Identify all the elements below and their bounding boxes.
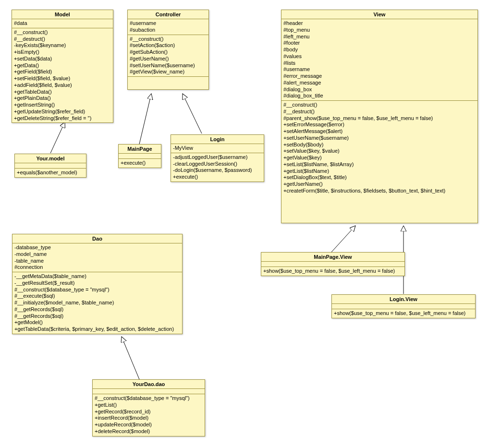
- attributes: [261, 262, 404, 267]
- class-title: Your.model: [15, 154, 86, 163]
- class-view: View #header #top_menu #left_menu #foote…: [281, 10, 478, 223]
- methods: #__construct() #setAction($action) #getS…: [128, 35, 208, 77]
- rel-yourdao-dao: [122, 337, 139, 379]
- rel-yourmodel-model: [50, 122, 65, 153]
- rel-mainpageview-view: [331, 226, 355, 252]
- methods: +execute(): [119, 159, 161, 168]
- methods: +equals($another_model): [15, 169, 86, 177]
- attributes: #data: [12, 19, 113, 28]
- attributes: [332, 304, 475, 309]
- class-title: MainPage.View: [261, 253, 404, 262]
- attributes: [15, 163, 86, 169]
- attributes: #username #subaction: [128, 19, 208, 35]
- rel-mainpage-controller: [139, 94, 151, 144]
- uml-canvas: Model #data #__construct() #__destruct()…: [0, 0, 489, 448]
- methods: +show($use_top_menu = false, $use_left_m…: [261, 267, 404, 276]
- class-mainpage-view: MainPage.View +show($use_top_menu = fals…: [261, 252, 405, 276]
- class-title: Controller: [128, 10, 208, 19]
- attributes: [119, 154, 161, 159]
- methods: -adjustLoggedUser($username) -clearLogge…: [171, 153, 264, 182]
- attributes: -MyView: [171, 144, 264, 153]
- class-controller: Controller #username #subaction #__const…: [127, 10, 209, 90]
- class-title: Login.View: [332, 295, 475, 304]
- class-your-model: Your.model +equals($another_model): [14, 154, 86, 178]
- empty-section: [128, 77, 208, 89]
- class-title: MainPage: [119, 145, 161, 154]
- attributes: [93, 389, 205, 394]
- methods: -__getMetaData($table_name) -__getResult…: [12, 272, 182, 334]
- class-title: YourDao.dao: [93, 380, 205, 389]
- class-title: Dao: [12, 234, 182, 243]
- class-yourdao: YourDao.dao #__construct($database_type …: [92, 379, 205, 436]
- class-model: Model #data #__construct() #__destruct()…: [12, 10, 113, 123]
- class-title: Login: [171, 135, 264, 144]
- class-login-view: Login.View +show($use_top_menu = false, …: [331, 294, 476, 318]
- class-title: Model: [12, 10, 113, 19]
- methods: #__construct() #__destruct() -keyExists(…: [12, 28, 113, 123]
- attributes: -database_type -model_name -table_name #…: [12, 243, 182, 272]
- class-mainpage: MainPage +execute(): [118, 144, 161, 168]
- class-login: Login -MyView -adjustLoggedUser($usernam…: [171, 134, 264, 182]
- class-title: View: [281, 10, 477, 19]
- attributes: #header #top_menu #left_menu #footer #bo…: [281, 19, 477, 101]
- methods: #__construct() #__destruct() #parent_sho…: [281, 101, 477, 195]
- methods: #__construct($database_type = "mysql") +…: [93, 394, 205, 436]
- rel-login-controller: [183, 94, 202, 133]
- methods: +show($use_top_menu = false, $use_left_m…: [332, 309, 475, 318]
- class-dao: Dao -database_type -model_name -table_na…: [12, 234, 183, 334]
